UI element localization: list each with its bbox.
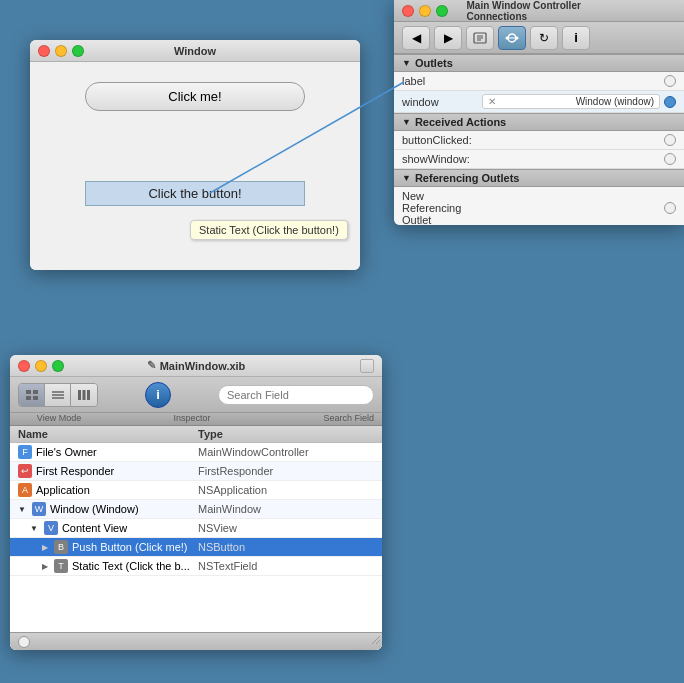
preview-titlebar: Window: [30, 40, 360, 62]
conn-maximize-button[interactable]: [436, 5, 448, 17]
expand-icon[interactable]: ▶: [42, 562, 48, 571]
action-showwindow-label: showWindow:: [402, 153, 482, 165]
toolbar-refresh-btn[interactable]: ↻: [530, 26, 558, 50]
expand-icon[interactable]: ▼: [18, 505, 26, 514]
new-referencing-outlet-label: New Referencing Outlet: [402, 190, 482, 225]
click-me-button[interactable]: Click me!: [85, 82, 305, 111]
view-mode-buttons: [18, 383, 98, 407]
outlet-window-row: window ✕ Window (window): [394, 91, 684, 113]
svg-line-19: [372, 636, 380, 644]
svg-rect-10: [33, 390, 38, 394]
toolbar-forward-btn[interactable]: ▶: [434, 26, 462, 50]
xib-resize-button[interactable]: [360, 359, 374, 373]
action-buttonclicked-row: buttonClicked:: [394, 131, 684, 150]
action-buttonclicked-label: buttonClicked:: [402, 134, 482, 146]
outlet-label-row: label: [394, 72, 684, 91]
preview-window: Window Click me! Click the button! Stati…: [30, 40, 360, 270]
svg-line-20: [376, 640, 380, 644]
minimize-button[interactable]: [55, 45, 67, 57]
search-field-label: Search Field: [284, 413, 374, 423]
table-row[interactable]: ▶ B Push Button (Click me!) NSButton: [10, 538, 382, 557]
inspector-btn-container: i: [106, 382, 210, 408]
received-actions-header: ▼ Received Actions: [394, 113, 684, 131]
svg-rect-17: [83, 390, 86, 400]
expand-icon[interactable]: ▶: [42, 543, 48, 552]
name-column-header: Name: [18, 428, 198, 440]
svg-rect-18: [87, 390, 90, 400]
search-input[interactable]: [218, 385, 374, 405]
toolbar-labels: View Mode Inspector Search Field: [10, 413, 382, 426]
connections-titlebar: Main Window Controller Connections: [394, 0, 684, 22]
new-referencing-outlet-row: New Referencing Outlet: [394, 187, 684, 225]
referencing-outlets-header: ▼ Referencing Outlets: [394, 169, 684, 187]
toolbar-identity-btn[interactable]: [466, 26, 494, 50]
maximize-button[interactable]: [72, 45, 84, 57]
action-showwindow-circle[interactable]: [664, 153, 676, 165]
xib-close-button[interactable]: [18, 360, 30, 372]
table-row[interactable]: ▶ T Static Text (Click the b... NSTextFi…: [10, 557, 382, 576]
toolbar-connections-btn[interactable]: [498, 26, 526, 50]
tooltip-bubble: Static Text (Click the button!): [190, 220, 348, 240]
toolbar-back-btn[interactable]: ◀: [402, 26, 430, 50]
application-icon: A: [18, 483, 32, 497]
action-showwindow-row: showWindow:: [394, 150, 684, 169]
xib-titlebar: ✎ MainWindow.xib: [10, 355, 382, 377]
action-buttonclicked-circle[interactable]: [664, 134, 676, 146]
disconnect-icon[interactable]: ✕: [488, 96, 496, 107]
svg-point-6: [506, 36, 509, 39]
view-mode-list-btn[interactable]: [45, 384, 71, 406]
inspector-button[interactable]: i: [145, 382, 171, 408]
preview-title: Window: [174, 45, 216, 57]
xib-bottom-bar: [10, 632, 382, 650]
svg-rect-16: [78, 390, 81, 400]
outlet-window-circle[interactable]: [664, 96, 676, 108]
conn-close-button[interactable]: [402, 5, 414, 17]
close-button[interactable]: [38, 45, 50, 57]
svg-rect-11: [26, 396, 31, 400]
xib-maximize-button[interactable]: [52, 360, 64, 372]
first-responder-icon: ↩: [18, 464, 32, 478]
static-text-label: Click the button!: [85, 181, 305, 206]
outlet-window-value: ✕ Window (window): [482, 94, 660, 109]
resize-handle[interactable]: [368, 630, 380, 648]
connections-panel: Main Window Controller Connections ◀ ▶ ↻…: [394, 0, 684, 225]
type-column-header: Type: [198, 428, 374, 440]
outlets-header: ▼ Outlets: [394, 54, 684, 72]
traffic-lights: [38, 45, 84, 57]
expand-icon[interactable]: ▼: [30, 524, 38, 533]
view-mode-icon-btn[interactable]: [19, 384, 45, 406]
content-view-icon: V: [44, 521, 58, 535]
outlet-label-circle[interactable]: [664, 75, 676, 87]
conn-minimize-button[interactable]: [419, 5, 431, 17]
connections-title: Main Window Controller Connections: [467, 0, 612, 22]
table-row[interactable]: A Application NSApplication: [10, 481, 382, 500]
bottom-add-circle[interactable]: [18, 636, 30, 648]
static-text-icon: T: [54, 559, 68, 573]
window-icon: W: [32, 502, 46, 516]
conn-traffic-lights: [402, 5, 448, 17]
table-row[interactable]: ↩ First Responder FirstResponder: [10, 462, 382, 481]
outlet-label: label: [402, 75, 482, 87]
svg-rect-9: [26, 390, 31, 394]
table-row[interactable]: F File's Owner MainWindowController: [10, 443, 382, 462]
xib-minimize-button[interactable]: [35, 360, 47, 372]
preview-content: Click me! Click the button! Static Text …: [30, 62, 360, 270]
toolbar-info-btn[interactable]: i: [562, 26, 590, 50]
outlet-window-label: window: [402, 96, 482, 108]
xib-table-header: Name Type: [10, 426, 382, 443]
view-mode-column-btn[interactable]: [71, 384, 97, 406]
xib-table: F File's Owner MainWindowController ↩ Fi…: [10, 443, 382, 650]
xib-traffic-lights: [18, 360, 64, 372]
new-referencing-outlet-circle[interactable]: [664, 202, 676, 214]
xib-toolbar: i: [10, 377, 382, 413]
connections-toolbar: ◀ ▶ ↻ i: [394, 22, 684, 54]
xib-title: ✎ MainWindow.xib: [147, 359, 246, 372]
inspector-label: Inspector: [100, 413, 284, 423]
files-owner-icon: F: [18, 445, 32, 459]
table-row[interactable]: ▼ W Window (Window) MainWindow: [10, 500, 382, 519]
svg-rect-12: [33, 396, 38, 400]
view-mode-label: View Mode: [18, 413, 100, 423]
push-button-icon: B: [54, 540, 68, 554]
xib-window: ✎ MainWindow.xib i View Mode Inspector S…: [10, 355, 382, 650]
table-row[interactable]: ▼ V Content View NSView: [10, 519, 382, 538]
